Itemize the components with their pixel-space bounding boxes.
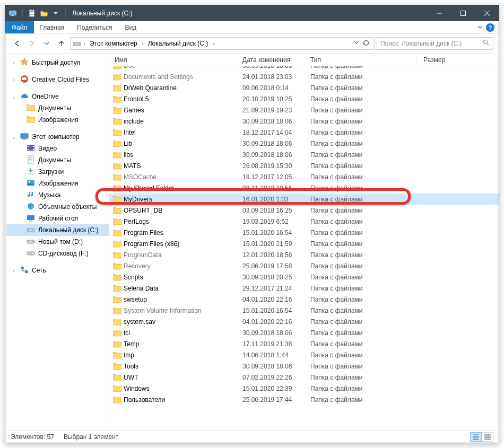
recent-locations-button[interactable] — [40, 37, 53, 50]
column-header-name[interactable]: Имя — [112, 56, 242, 64]
cd-icon — [27, 249, 35, 259]
table-row[interactable]: Program Files (x86)15.01.2020 21:59Папка… — [109, 238, 499, 249]
drive-icon — [27, 225, 35, 235]
nav-creative-cloud[interactable]: › Creative Cloud Files — [6, 74, 109, 85]
table-row[interactable]: MSOCache19.12.2017 12:05Папка с файлами — [109, 171, 499, 182]
folder-icon — [112, 84, 122, 92]
breadcrumb[interactable]: Локальный диск (C:) — [146, 40, 211, 47]
desktop-icon — [27, 214, 35, 224]
table-row[interactable]: Documents and Settings24.01.2018 23:03Па… — [109, 71, 499, 82]
table-row[interactable]: OPSURT_DB03.09.2018 16:25Папка с файлами — [109, 205, 499, 216]
nav-thispc-child[interactable]: Изображения — [6, 178, 109, 189]
svg-point-30 — [29, 181, 30, 182]
nav-thispc-child[interactable]: Объемные объекты — [6, 201, 109, 213]
nav-thispc-child[interactable]: CD-дисковод (F:) — [6, 248, 109, 259]
table-row[interactable]: ProgramData12.01.2020 18:56Папка с файла… — [109, 249, 499, 260]
breadcrumb[interactable]: Этот компьютер — [88, 40, 140, 47]
table-row[interactable]: system.sav04.01.2020 22:16Папка с файлам… — [109, 316, 499, 327]
file-name: system.sav — [122, 318, 242, 326]
svg-rect-3 — [31, 11, 33, 12]
qat-dropdown-icon[interactable] — [51, 9, 60, 17]
forward-button[interactable] — [25, 37, 38, 50]
help-icon[interactable]: ? — [486, 23, 494, 32]
file-date: 30.09.2018 18:06 — [242, 66, 310, 69]
nav-network[interactable]: › Сеть — [6, 265, 109, 276]
column-headers[interactable]: Имя Дата изменения Тип Размер — [109, 54, 499, 66]
table-row[interactable]: System Volume Information15.01.2020 16:5… — [109, 305, 499, 316]
nav-thispc-child[interactable]: Документы — [6, 154, 109, 166]
table-row[interactable]: MATS26.08.2019 15:30Папка с файлами — [109, 160, 499, 171]
file-name: Documents and Settings — [122, 73, 242, 81]
folder-icon — [112, 139, 122, 148]
file-name: Doc — [122, 66, 242, 69]
column-header-date[interactable]: Дата изменения — [242, 56, 310, 64]
table-row[interactable]: Пользователи25.06.2019 17:44Папка с файл… — [109, 394, 499, 405]
ribbon-expand-icon[interactable] — [477, 24, 483, 31]
search-placeholder: Поиск: Локальный диск (C:) — [380, 40, 462, 47]
table-row[interactable]: MyDrivers16.01.2020 1:03Папка с файлами — [109, 194, 499, 205]
qat-folder-icon[interactable] — [40, 9, 48, 17]
file-list[interactable]: Doc30.09.2018 18:06Папка с файламиDocume… — [109, 66, 499, 430]
table-row[interactable]: UWT07.02.2019 22:26Папка с файлами — [109, 372, 499, 383]
column-header-type[interactable]: Тип — [310, 56, 416, 64]
nav-this-pc[interactable]: ⌄ Этот компьютер — [6, 131, 109, 143]
ribbon-tab-home[interactable]: Главная — [34, 21, 71, 33]
table-row[interactable]: DrWeb Quarantine09.06.2018 0:14Папка с ф… — [109, 82, 499, 93]
table-row[interactable]: Program Files15.01.2020 16:54Папка с фай… — [109, 227, 499, 238]
nav-onedrive-child[interactable]: Изображения — [6, 114, 109, 126]
nav-thispc-child[interactable]: Новый том (D:) — [6, 236, 109, 248]
qat-properties-icon[interactable] — [28, 9, 37, 17]
file-name: Windows — [122, 385, 242, 392]
close-button[interactable] — [475, 5, 499, 21]
ribbon-tab-share[interactable]: Поделиться — [71, 21, 118, 33]
file-date: 04.01.2020 22:16 — [242, 296, 310, 303]
nav-thispc-child[interactable]: Видео — [6, 143, 109, 154]
table-row[interactable]: My Shared Folder08.11.2018 19:55Папка с … — [109, 182, 499, 194]
table-row[interactable]: swsetup04.01.2020 22:16Папка с файлами — [109, 294, 499, 305]
minimize-button[interactable] — [427, 5, 451, 21]
table-row[interactable]: Intel18.12.2017 14:04Папка с файлами — [109, 127, 499, 138]
table-row[interactable]: Windows15.01.2020 22:39Папка с файлами — [109, 383, 499, 394]
table-row[interactable]: Lib30.09.2018 18:06Папка с файлами — [109, 138, 499, 149]
file-name: MyDrivers — [122, 196, 242, 203]
table-row[interactable]: tmp14.06.2018 1:44Папка с файлами — [109, 349, 499, 361]
table-row[interactable]: tcl30.09.2018 18:06Папка с файлами — [109, 327, 499, 338]
address-bar[interactable]: › Этот компьютер › Локальный диск (C:) › — [70, 37, 375, 50]
nav-thispc-child[interactable]: Загрузки — [6, 166, 109, 178]
table-row[interactable]: include30.09.2018 18:06Папка с файлами — [109, 116, 499, 127]
nav-thispc-child[interactable]: Музыка — [6, 189, 109, 201]
file-name: System Volume Information — [122, 307, 242, 314]
table-row[interactable]: libs30.09.2018 18:06Папка с файлами — [109, 149, 499, 160]
up-button[interactable] — [55, 37, 68, 50]
folder-icon — [112, 306, 122, 315]
view-details-button[interactable] — [470, 432, 482, 442]
back-button[interactable] — [11, 37, 23, 50]
file-type: Папка с файлами — [310, 84, 416, 92]
nav-onedrive-child[interactable]: Документы — [6, 102, 109, 114]
nav-thispc-child[interactable]: Локальный диск (C:) — [6, 224, 109, 236]
qat-computer-icon[interactable] — [8, 9, 17, 17]
search-input[interactable]: Поиск: Локальный диск (C:) — [377, 37, 493, 50]
table-row[interactable]: Games21.09.2019 19:23Папка с файлами — [109, 104, 499, 116]
table-row[interactable]: PerfLogs19.03.2019 6:52Папка с файлами — [109, 216, 499, 227]
svg-rect-26 — [29, 159, 32, 160]
address-dropdown-icon[interactable] — [354, 39, 359, 48]
table-row[interactable]: Doc30.09.2018 18:06Папка с файлами — [109, 66, 499, 71]
table-row[interactable]: Tools30.09.2018 18:06Папка с файлами — [109, 361, 499, 372]
title-bar: Локальный диск (C:) — [5, 5, 499, 21]
ribbon-tab-view[interactable]: Вид — [118, 21, 143, 33]
nav-quick-access[interactable]: › Быстрый доступ — [6, 57, 109, 68]
table-row[interactable]: Frontol 520.10.2019 10:25Папка с файлами — [109, 93, 499, 104]
refresh-icon[interactable] — [362, 39, 370, 48]
table-row[interactable]: Scripts30.09.2018 20:25Папка с файлами — [109, 271, 499, 283]
column-header-size[interactable]: Размер — [416, 56, 499, 64]
table-row[interactable]: Recovery25.06.2019 17:58Папка с файлами — [109, 260, 499, 271]
maximize-button[interactable] — [451, 5, 475, 21]
table-row[interactable]: Temp17.11.2019 21:38Папка с файлами — [109, 338, 499, 349]
navigation-pane[interactable]: › Быстрый доступ › Creative Cloud Files … — [5, 54, 109, 430]
ribbon-tab-file[interactable]: Файл — [5, 21, 34, 33]
nav-thispc-child[interactable]: Рабочий стол — [6, 213, 109, 224]
nav-onedrive[interactable]: ⌄ OneDrive — [6, 91, 109, 102]
view-thumbnails-button[interactable] — [482, 432, 493, 442]
table-row[interactable]: Selena Data29.12.2017 21:24Папка с файла… — [109, 283, 499, 294]
